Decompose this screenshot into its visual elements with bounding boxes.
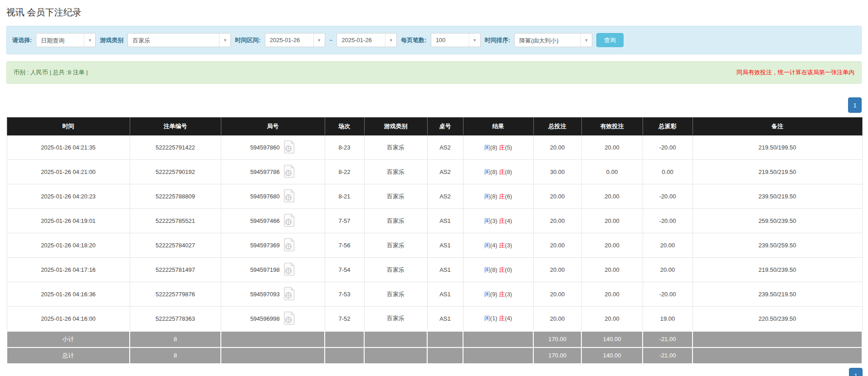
cell-payout: -20.00 <box>643 135 692 160</box>
video-record-icon[interactable] <box>283 238 295 253</box>
result-player-label: 闲 <box>484 169 490 175</box>
page-size-select[interactable]: 100 ▼ <box>431 33 481 47</box>
cell-round-id: 594597369 <box>221 233 325 258</box>
result-player-label: 闲 <box>484 315 490 322</box>
cell-round-id: 594597198 <box>221 258 325 282</box>
cell-time: 2025-01-26 04:16:00 <box>7 307 130 331</box>
col-valid-bet: 有效投注 <box>581 118 643 135</box>
result-player-value: (8) <box>490 144 497 151</box>
cell-total-bet[interactable]: 20.00 <box>533 184 581 209</box>
query-type-value: 日期查询 <box>36 34 84 47</box>
result-banker-label: 庄 <box>499 144 505 151</box>
subtotal-payout: -21.00 <box>643 331 692 347</box>
total-payout: -21.00 <box>643 347 692 364</box>
cell-payout: -20.00 <box>643 184 692 209</box>
date-range-tilde: ~ <box>329 37 333 43</box>
video-record-icon[interactable] <box>283 287 295 302</box>
cell-session: 7-53 <box>325 282 364 307</box>
cell-total-bet[interactable]: 20.00 <box>533 307 581 331</box>
col-bet-id: 注单编号 <box>130 118 221 135</box>
game-type-value: 百家乐 <box>128 34 219 47</box>
subtotal-total-bet: 170.00 <box>533 331 581 347</box>
cell-valid-bet: 20.00 <box>581 258 643 282</box>
cell-table-no: AS1 <box>427 282 463 307</box>
video-record-icon[interactable] <box>283 189 295 204</box>
cell-round-id: 594596998 <box>221 307 325 331</box>
filter-bar: 请选择: 日期查询 ▼ 游戏类别 百家乐 ▼ 时间区间: 2025-01-26 … <box>6 26 862 54</box>
result-banker-label: 庄 <box>499 217 505 224</box>
page-1-button-bottom[interactable]: 1 <box>849 368 863 376</box>
round-id: 594597680 <box>250 193 280 200</box>
cell-result: 闲(3) 庄(4) <box>463 209 533 233</box>
cell-remark: 219.50/219.50 <box>692 160 862 184</box>
cell-payout: 0.00 <box>643 160 692 184</box>
cell-payout: 20.00 <box>643 233 692 258</box>
total-row: 总计 8 170.00 140.00 -21.00 <box>7 347 862 364</box>
query-button[interactable]: 查询 <box>596 33 624 47</box>
cell-time: 2025-01-26 04:20:23 <box>7 184 130 209</box>
col-game-type: 游戏类别 <box>364 118 427 135</box>
cell-result: 闲(8) 庄(6) <box>463 184 533 209</box>
result-player-label: 闲 <box>484 217 490 224</box>
cell-table-no: AS1 <box>427 233 463 258</box>
video-record-icon[interactable] <box>283 311 295 326</box>
result-banker-label: 庄 <box>499 193 505 200</box>
cell-bet-id: 522225788809 <box>130 184 221 209</box>
col-round-id: 局号 <box>221 118 325 135</box>
cell-table-no: AS1 <box>427 307 463 331</box>
cell-bet-id: 522225791422 <box>130 135 221 160</box>
col-time: 时间 <box>7 118 130 135</box>
video-record-icon[interactable] <box>283 164 295 179</box>
result-banker-value: (0) <box>505 266 512 273</box>
cell-total-bet[interactable]: 20.00 <box>533 209 581 233</box>
cell-payout: 19.00 <box>643 307 692 331</box>
result-player-value: (1) <box>490 315 497 322</box>
cell-time: 2025-01-26 04:17:16 <box>7 258 130 282</box>
cell-result: 闲(8) 庄(5) <box>463 135 533 160</box>
query-type-select[interactable]: 日期查询 ▼ <box>36 33 96 47</box>
col-remark: 备注 <box>692 118 862 135</box>
table-row: 2025-01-26 04:19:01 522225785521 5945974… <box>7 209 862 233</box>
cell-valid-bet: 20.00 <box>581 233 643 258</box>
sort-select[interactable]: 降冪(由大到小) ▼ <box>514 33 592 47</box>
subtotal-label: 小计 <box>7 331 130 347</box>
round-id: 594597093 <box>250 291 280 298</box>
chevron-down-icon: ▼ <box>385 34 396 47</box>
cell-total-bet[interactable]: 20.00 <box>533 135 581 160</box>
cell-valid-bet: 20.00 <box>581 307 643 331</box>
date-from-select[interactable]: 2025-01-26 ▼ <box>265 33 325 47</box>
result-banker-value: (3) <box>505 242 512 249</box>
video-record-icon[interactable] <box>283 262 295 277</box>
game-type-label: 游戏类别 <box>100 36 123 44</box>
table-row: 2025-01-26 04:17:16 522225781497 5945971… <box>7 258 862 282</box>
cell-result: 闲(8) 庄(8) <box>463 160 533 184</box>
result-banker-label: 庄 <box>499 315 505 322</box>
video-record-icon[interactable] <box>283 140 295 155</box>
bet-records-table: 时间 注单编号 局号 场次 游戏类别 桌号 结果 总投注 有效投注 总派彩 备注… <box>6 117 863 364</box>
cell-table-no: AS1 <box>427 258 463 282</box>
result-banker-value: (4) <box>505 315 512 322</box>
cell-game-type: 百家乐 <box>364 135 427 160</box>
video-record-icon[interactable] <box>283 213 295 228</box>
page-1-button[interactable]: 1 <box>848 97 862 113</box>
cell-total-bet[interactable]: 20.00 <box>533 258 581 282</box>
date-to-select[interactable]: 2025-01-26 ▼ <box>336 33 397 47</box>
cell-game-type: 百家乐 <box>364 233 427 258</box>
round-id: 594597860 <box>250 144 280 151</box>
cell-bet-id: 522225790192 <box>130 160 221 184</box>
chevron-down-icon: ▼ <box>580 34 592 47</box>
cell-session: 8-23 <box>325 135 364 160</box>
subtotal-count: 8 <box>130 331 221 347</box>
cell-session: 7-54 <box>325 258 364 282</box>
cell-bet-id: 522225784027 <box>130 233 221 258</box>
total-valid-bet: 140.00 <box>581 347 643 364</box>
cell-total-bet[interactable]: 20.00 <box>533 233 581 258</box>
total-total-bet: 170.00 <box>533 347 581 364</box>
cell-session: 7-52 <box>325 307 364 331</box>
pagination-bottom: 1 <box>849 368 863 376</box>
table-row: 2025-01-26 04:16:36 522225779876 5945970… <box>7 282 862 307</box>
game-type-select[interactable]: 百家乐 ▼ <box>127 33 231 47</box>
cell-total-bet[interactable]: 30.00 <box>533 160 581 184</box>
cell-session: 7-56 <box>325 233 364 258</box>
cell-total-bet[interactable]: 20.00 <box>533 282 581 307</box>
